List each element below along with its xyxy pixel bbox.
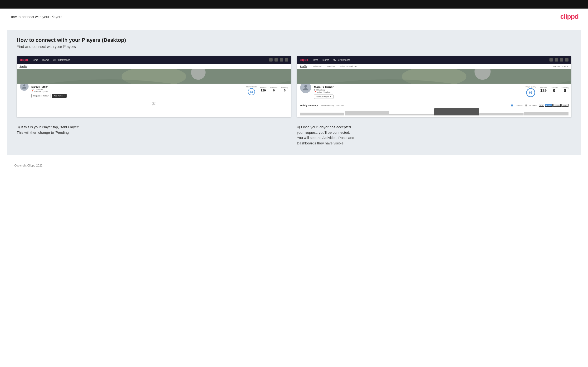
left-nav-performance[interactable]: My Performance [52, 59, 70, 61]
page-footer: Copyright Clippd 2022 [0, 160, 588, 171]
right-profile-icon[interactable] [565, 58, 569, 61]
right-caption-text: 4) Once your Player has acceptedyour req… [297, 125, 354, 145]
left-mock-navbar: clippd Home Teams My Performance [17, 56, 291, 64]
left-location-text: United Kingdom [34, 90, 48, 92]
on-course-legend-label: On course [515, 105, 522, 106]
left-scroll-hint [17, 101, 291, 106]
request-to-follow-button[interactable]: Request to Follow [31, 94, 51, 98]
right-action-buttons: Remove Player ✕ [314, 94, 523, 99]
left-followers-label: Followers [270, 87, 277, 89]
header-title: How to connect with your Players [9, 15, 62, 19]
left-activities-value: 129 [260, 89, 267, 92]
left-quality-circle: 92 [248, 88, 255, 95]
off-course-legend-dot [526, 105, 527, 106]
right-location-icon: 📍 [314, 91, 316, 93]
right-tab-dashboard[interactable]: Dashboard [311, 65, 322, 68]
main-content: How to connect with your Players (Deskto… [7, 30, 581, 155]
right-tab-what-to-work-on[interactable]: What To Work On [340, 65, 357, 68]
right-caption: 4) Once your Player has acceptedyour req… [297, 125, 571, 146]
right-followers-label: Followers [550, 87, 558, 89]
right-stats: Activities 129 Followers 0 Following 0 [540, 86, 569, 93]
right-person-icon [302, 84, 309, 91]
left-caption-text: 3) If this is your Player tap, 'Add Play… [17, 125, 80, 134]
left-player-details: Marcus Turner 1-5 Handicap 📍 United King… [31, 85, 244, 98]
profile-icon[interactable] [285, 58, 288, 61]
right-profile-hero [297, 69, 571, 83]
left-nav-icons [269, 58, 288, 61]
right-nav-home[interactable]: Home [312, 59, 318, 61]
left-caption: 3) If this is your Player tap, 'Add Play… [17, 125, 291, 146]
right-tab-profile[interactable]: Profile [300, 65, 307, 68]
left-following-value: 0 [281, 89, 288, 92]
right-location-text: United Kingdom [317, 91, 330, 93]
bar-3 [389, 114, 434, 116]
top-bar [0, 0, 588, 8]
time-1yr-button[interactable]: 1 yr [539, 104, 545, 107]
right-player-quality: Player Quality 92 [526, 86, 536, 97]
left-player-location: 📍 United Kingdom [31, 90, 244, 92]
page-subheading: Find and connect with your Players [17, 45, 571, 49]
right-player-handicap: 1-5 Handicap [314, 89, 523, 91]
right-quality-label: Player Quality [526, 86, 536, 88]
on-course-legend-dot [511, 105, 513, 106]
right-search-icon[interactable] [549, 58, 553, 61]
time-6mths-button[interactable]: 6 mths [545, 104, 553, 107]
left-quality-label: Player Quality [246, 86, 257, 88]
remove-player-x-icon: ✕ [330, 95, 332, 98]
screenshots-row: clippd Home Teams My Performance Profile [17, 56, 571, 117]
right-following-label: Following [561, 87, 569, 89]
right-player-details: Marcus Turner 1-5 Handicap 📍 United King… [314, 85, 523, 99]
left-profile-hero [17, 69, 291, 83]
bar-5 [479, 113, 524, 116]
right-tab-activities[interactable]: Activities [326, 65, 336, 68]
off-course-legend-label: Off course [529, 105, 537, 106]
right-settings-icon[interactable] [560, 58, 563, 61]
left-nav-home[interactable]: Home [32, 59, 38, 61]
settings-icon[interactable] [280, 58, 283, 61]
captions-row: 3) If this is your Player tap, 'Add Play… [17, 125, 571, 146]
right-time-buttons: 1 yr 6 mths 3 mths 1 mth [539, 104, 569, 107]
time-1mth-button[interactable]: 1 mth [561, 104, 569, 107]
right-activity-period: Monthly Activity · 6 Months [321, 104, 344, 106]
right-activity-summary: Activity Summary Monthly Activity · 6 Mo… [297, 102, 571, 117]
bar-6 [524, 112, 569, 116]
logo: clippd [560, 13, 579, 20]
remove-player-button[interactable]: Remove Player ✕ [314, 94, 334, 99]
right-mock-logo: clippd [300, 58, 308, 61]
right-followers-value: 0 [550, 89, 558, 93]
right-quality-circle: 92 [526, 88, 535, 97]
location-icon: 📍 [31, 90, 34, 92]
left-tab-profile[interactable]: Profile [19, 65, 27, 68]
right-activities-value: 129 [540, 89, 547, 93]
left-player-handicap: 1-5 Handicap [31, 88, 244, 90]
bar-4 [434, 108, 479, 116]
right-mock-tabs: Profile Dashboard Activities What To Wor… [297, 64, 571, 69]
right-activity-header: Activity Summary Monthly Activity · 6 Mo… [300, 104, 569, 107]
right-tab-user-menu[interactable]: Marcus Turner ▾ [553, 65, 569, 68]
remove-player-label: Remove Player [316, 96, 329, 98]
right-activity-legend: On course Off course [511, 105, 537, 106]
time-3mths-button[interactable]: 3 mths [553, 104, 561, 107]
bar-1 [300, 113, 344, 116]
left-nav-teams[interactable]: Teams [42, 59, 49, 61]
left-activities-label: Activities [260, 87, 267, 89]
left-mock-logo: clippd [19, 58, 28, 61]
bar-2 [345, 111, 389, 116]
right-player-location: 📍 United Kingdom [314, 91, 523, 93]
person-icon [22, 84, 27, 89]
right-profile-info: Marcus Turner 1-5 Handicap 📍 United King… [297, 83, 571, 102]
right-nav-teams[interactable]: Teams [322, 59, 329, 61]
right-nav-performance[interactable]: My Performance [333, 59, 350, 61]
user-icon[interactable] [275, 58, 278, 61]
right-player-name: Marcus Turner [314, 85, 523, 89]
add-player-button[interactable]: Add Player + [52, 94, 67, 98]
page-heading: How to connect with your Players (Deskto… [17, 37, 571, 43]
right-activities-label: Activities [540, 87, 547, 89]
left-mock-tabs: Profile [17, 64, 291, 69]
right-user-icon[interactable] [555, 58, 558, 61]
left-stats: Activities 129 Followers 0 Following 0 [260, 86, 288, 92]
right-screenshot-panel: clippd Home Teams My Performance Profile… [297, 56, 571, 117]
search-icon[interactable] [269, 58, 273, 61]
right-activity-title: Activity Summary [300, 104, 318, 107]
left-player-quality: Player Quality 92 [246, 86, 257, 95]
